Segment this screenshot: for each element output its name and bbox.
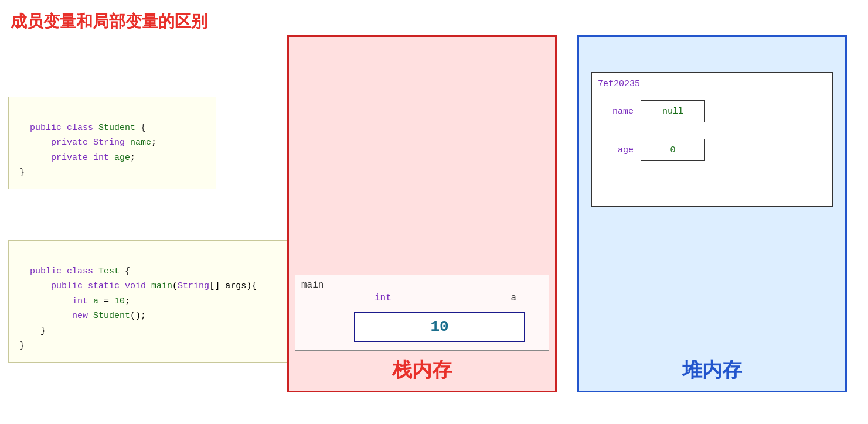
heap-object: 7ef20235 name null age 0 (591, 72, 833, 207)
page-title: 成员变量和局部变量的区别 (11, 11, 207, 33)
frame-name: main (301, 280, 324, 290)
code-classname: Student (98, 123, 135, 133)
student-code-box: public class Student { private String na… (8, 97, 216, 189)
var-value: 10 (430, 318, 448, 336)
field-age-value-box: 0 (641, 139, 705, 161)
test-code-box: public class Test { public static void m… (8, 240, 319, 363)
var-type-label: int (375, 293, 392, 303)
field-row-name: name null (592, 100, 832, 122)
field-age-value: 0 (670, 145, 675, 155)
var-name-label: a (510, 293, 516, 303)
field-name-value: null (662, 107, 683, 117)
field-name-value-box: null (641, 100, 705, 122)
stack-memory-area: main int a 10 栈内存 (287, 35, 557, 392)
field-row-age: age 0 (592, 139, 832, 161)
stack-label: 栈内存 (289, 357, 555, 384)
var-value-box: 10 (354, 312, 525, 342)
field-age-label: age (601, 145, 634, 155)
main-stack-frame: main int a 10 (295, 275, 549, 351)
heap-label: 堆内存 (579, 357, 845, 384)
object-id: 7ef20235 (598, 79, 640, 89)
field-name-label: name (601, 107, 634, 117)
heap-memory-area: 7ef20235 name null age 0 堆内存 (577, 35, 847, 392)
code-keyword: public (30, 123, 67, 133)
code-keyword: class (67, 123, 98, 133)
